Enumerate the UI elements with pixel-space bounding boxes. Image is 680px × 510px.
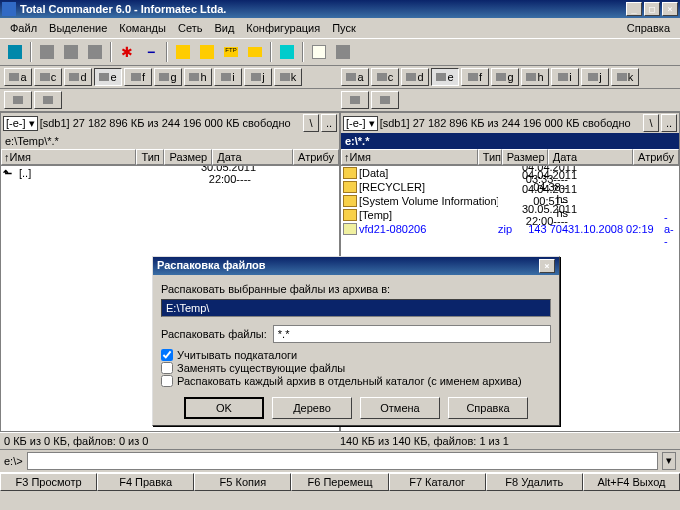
dialog-title-bar[interactable]: Распаковка файлов × xyxy=(153,257,559,275)
menu-commands[interactable]: Команды xyxy=(113,20,172,36)
star-icon[interactable]: ✱ xyxy=(116,41,138,63)
root-button-left[interactable]: \ xyxy=(303,114,319,132)
ok-button[interactable]: OK xyxy=(184,397,264,419)
drive-k-right[interactable]: k xyxy=(611,68,639,86)
b-special-left[interactable] xyxy=(34,91,62,109)
a-special-left[interactable] xyxy=(4,91,32,109)
fkey-4[interactable]: F4 Правка xyxy=(97,473,194,491)
minimize-button[interactable]: _ xyxy=(626,2,642,16)
column-header-left[interactable]: ↑ИмяТипРазмерДатаАтрибу xyxy=(1,149,339,166)
root-button-right[interactable]: \ xyxy=(643,114,659,132)
menu-start[interactable]: Пуск xyxy=(326,20,362,36)
drive-h-right[interactable]: h xyxy=(521,68,549,86)
file-row[interactable]: [System Volume Information]04.04.2011 00… xyxy=(341,194,679,208)
fkey-7[interactable]: F7 Каталог xyxy=(389,473,486,491)
menu-help[interactable]: Справка xyxy=(621,20,676,36)
drive-i-left[interactable]: i xyxy=(214,68,242,86)
refresh-icon[interactable] xyxy=(4,41,26,63)
window-title: Total Commander 6.0 - Informatec Ltda. xyxy=(20,3,624,15)
drive-h-left[interactable]: h xyxy=(184,68,212,86)
file-row[interactable]: [Data]04.04.2011 03:33---- xyxy=(341,166,679,180)
disk-info-left: [sdb1] 27 182 896 КБ из 244 196 000 КБ с… xyxy=(40,117,301,129)
file-row[interactable]: ⬑[..]30.05.2011 22:00---- xyxy=(1,166,339,180)
overwrite-checkbox[interactable]: Заменять существующие файлы xyxy=(161,362,551,374)
minus-icon[interactable]: − xyxy=(140,41,162,63)
parent-button-left[interactable]: .. xyxy=(321,114,337,132)
drive-d-right[interactable]: d xyxy=(401,68,429,86)
cancel-button[interactable]: Отмена xyxy=(360,397,440,419)
ftp2-icon[interactable] xyxy=(244,41,266,63)
status-left: 0 КБ из 0 КБ, файлов: 0 из 0 xyxy=(4,435,340,447)
menu-file[interactable]: Файл xyxy=(4,20,43,36)
file-row[interactable]: [Temp]30.05.2011 22:00---- xyxy=(341,208,679,222)
search-icon[interactable] xyxy=(276,41,298,63)
menu-selection[interactable]: Выделение xyxy=(43,20,113,36)
unpack-icon[interactable] xyxy=(196,41,218,63)
separate-checkbox[interactable]: Распаковать каждый архив в отдельный кат… xyxy=(161,375,551,387)
drive-e-right[interactable]: e xyxy=(431,68,459,86)
cmd-history-button[interactable]: ▾ xyxy=(662,452,676,470)
menu-config[interactable]: Конфигурация xyxy=(240,20,326,36)
dialog-close-button[interactable]: × xyxy=(539,259,555,273)
tb-btn-2[interactable] xyxy=(36,41,58,63)
toolbar: ✱ − FTP xyxy=(0,38,680,66)
mask-label: Распаковать файлы: xyxy=(161,328,267,340)
dialog-title: Распаковка файлов xyxy=(157,259,537,273)
parent-button-right[interactable]: .. xyxy=(661,114,677,132)
unpack-dialog: Распаковка файлов × Распаковать выбранны… xyxy=(152,256,560,426)
drive-f-right[interactable]: f xyxy=(461,68,489,86)
drive-select-right[interactable]: [-e-] ▾ xyxy=(343,116,378,131)
a-special-right[interactable] xyxy=(341,91,369,109)
help-button[interactable]: Справка xyxy=(448,397,528,419)
status-bar: 0 КБ из 0 КБ, файлов: 0 из 0 140 КБ из 1… xyxy=(0,432,680,449)
drive-d-left[interactable]: d xyxy=(64,68,92,86)
drive-c-left[interactable]: c xyxy=(34,68,62,86)
drive-a-left[interactable]: a xyxy=(4,68,32,86)
fkey-8[interactable]: F8 Удалить xyxy=(486,473,583,491)
tb-btn-4[interactable] xyxy=(84,41,106,63)
drive-i-right[interactable]: i xyxy=(551,68,579,86)
drive-g-right[interactable]: g xyxy=(491,68,519,86)
tb-btn-3[interactable] xyxy=(60,41,82,63)
dest-label: Распаковать выбранные файлы из архива в: xyxy=(161,283,551,295)
b-special-right[interactable] xyxy=(371,91,399,109)
drive-k-left[interactable]: k xyxy=(274,68,302,86)
path-bar-right[interactable]: e:\*.* xyxy=(341,133,679,149)
menu-net[interactable]: Сеть xyxy=(172,20,208,36)
mask-input[interactable] xyxy=(273,325,551,343)
title-bar: Total Commander 6.0 - Informatec Ltda. _… xyxy=(0,0,680,18)
close-button[interactable]: × xyxy=(662,2,678,16)
fkey-9[interactable]: Alt+F4 Выход xyxy=(583,473,680,491)
subdirs-checkbox[interactable]: Учитывать подкаталоги xyxy=(161,349,551,361)
control-panel-icon[interactable] xyxy=(332,41,354,63)
drive-c-right[interactable]: c xyxy=(371,68,399,86)
dest-input[interactable] xyxy=(161,299,551,317)
drive-e-left[interactable]: e xyxy=(94,68,122,86)
drive-g-left[interactable]: g xyxy=(154,68,182,86)
drive-select-left[interactable]: [-e-] ▾ xyxy=(3,116,38,131)
drive-j-left[interactable]: j xyxy=(244,68,272,86)
tree-button[interactable]: Дерево xyxy=(272,397,352,419)
fkey-6[interactable]: F6 Перемещ xyxy=(291,473,388,491)
drive-bar: acdefghijkacdefghijk xyxy=(0,66,680,89)
command-line: e:\> ▾ xyxy=(0,449,680,472)
drive-j-right[interactable]: j xyxy=(581,68,609,86)
path-bar-left[interactable]: e:\Temp\*.* xyxy=(1,133,339,149)
status-right: 140 КБ из 140 КБ, файлов: 1 из 1 xyxy=(340,435,676,447)
cmd-input[interactable] xyxy=(27,452,658,470)
fkey-3[interactable]: F3 Просмотр xyxy=(0,473,97,491)
drive-a-right[interactable]: a xyxy=(341,68,369,86)
cmd-prompt: e:\> xyxy=(4,455,23,467)
menu-view[interactable]: Вид xyxy=(208,20,240,36)
drive-f-left[interactable]: f xyxy=(124,68,152,86)
maximize-button[interactable]: □ xyxy=(644,2,660,16)
disk-info-right: [sdb1] 27 182 896 КБ из 244 196 000 КБ с… xyxy=(380,117,641,129)
file-row[interactable]: [RECYCLER]04.04.2011 04:38--hs xyxy=(341,180,679,194)
file-row[interactable]: vfd21-080206zip143 70431.10.2008 02:19-a… xyxy=(341,222,679,236)
ftp-icon[interactable]: FTP xyxy=(220,41,242,63)
column-header-right[interactable]: ↑ИмяТипРазмерДатаАтрибу xyxy=(341,149,679,166)
fkey-5[interactable]: F5 Копия xyxy=(194,473,291,491)
menu-bar: Файл Выделение Команды Сеть Вид Конфигур… xyxy=(0,18,680,38)
notepad-icon[interactable] xyxy=(308,41,330,63)
pack-icon[interactable] xyxy=(172,41,194,63)
